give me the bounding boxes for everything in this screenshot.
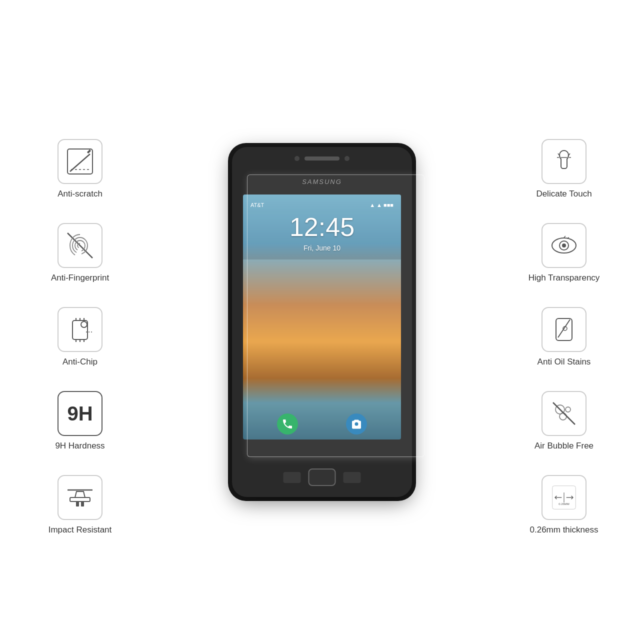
svg-rect-2 [87,150,91,154]
home-button [308,468,336,486]
feature-anti-chip: Anti-Chip [15,307,145,367]
svg-rect-14 [70,498,90,502]
screen-overlay: AT&T ▲ ▲ ■■■ 12:45 Fri, June 10 [243,194,401,260]
feature-9h-hardness: 9H 9H Hardness [15,391,145,451]
svg-rect-16 [76,502,79,506]
impact-resistant-label: Impact Resistant [48,525,112,535]
anti-chip-icon-box [58,307,102,352]
feature-thickness: 0.26MM 0.26mm thickness [499,475,629,535]
anti-chip-label: Anti-Chip [62,357,98,367]
feature-anti-scratch: Anti-scratch [15,139,145,199]
feature-anti-oil-stains: Anti Oil Stains [499,307,629,367]
svg-line-30 [553,402,575,424]
thickness-icon: 0.26MM [549,482,579,512]
delicate-touch-icon-box [542,139,586,184]
thickness-label: 0.26mm thickness [530,525,598,535]
anti-fingerprint-label: Anti-Fingerprint [51,273,109,283]
chip-icon [65,314,95,344]
svg-point-29 [560,413,566,420]
svg-line-22 [564,236,566,238]
main-container: Anti-scratch Anti-Fingerprint [0,0,644,644]
high-transparency-icon-box [542,223,586,268]
front-camera [294,156,300,161]
svg-point-28 [566,407,570,412]
air-bubble-free-label: Air Bubble Free [534,441,594,451]
phone-wrapper: SAMSUNG AT&T ▲ ▲ ■■■ 12:45 Fri, June 10 [232,147,412,497]
svg-line-1 [70,154,90,172]
app-dock [243,414,401,434]
phone-center: SAMSUNG AT&T ▲ ▲ ■■■ 12:45 Fri, June 10 [145,147,499,497]
feature-impact-resistant: Impact Resistant [15,475,145,535]
delicate-touch-label: Delicate Touch [536,189,592,199]
thickness-icon-box: 0.26MM [542,475,586,520]
eye-icon [549,230,579,260]
feature-anti-fingerprint: Anti-Fingerprint [15,223,145,283]
phone-app-icon [277,414,298,434]
right-features-column: Delicate Touch High Transparency [499,109,644,535]
svg-line-26 [558,320,570,338]
svg-marker-15 [75,492,85,498]
phone-top [294,156,350,161]
feature-air-bubble-free: Air Bubble Free [499,391,629,451]
anti-fingerprint-icon-box [58,223,102,268]
9h-text: 9H [67,402,92,425]
phone-body: SAMSUNG AT&T ▲ ▲ ■■■ 12:45 Fri, June 10 [232,147,412,497]
air-bubble-free-icon-box [542,391,586,436]
recent-button [344,472,361,483]
touch-icon [549,146,579,176]
phone-screen: AT&T ▲ ▲ ■■■ 12:45 Fri, June 10 [243,194,401,440]
signal-icons: ▲ ▲ ■■■ [370,202,394,208]
oil-stains-icon [549,314,579,344]
impact-resistant-icon-box [58,475,102,520]
anti-oil-stains-label: Anti Oil Stains [538,357,591,367]
carrier-text: AT&T [250,202,264,208]
svg-text:0.26MM: 0.26MM [558,502,570,506]
bubble-icon [549,398,579,428]
9h-hardness-icon-box: 9H [58,391,102,436]
phone-bottom-buttons [284,468,361,486]
phone-speaker [304,156,340,160]
anti-scratch-label: Anti-scratch [58,189,102,199]
sensor-dot [344,156,350,161]
back-button [284,472,301,483]
anti-scratch-icon-box [58,139,102,184]
impact-icon [65,482,95,512]
brand-label: SAMSUNG [302,178,342,186]
high-transparency-label: High Transparency [528,273,600,283]
feature-delicate-touch: Delicate Touch [499,139,629,199]
9h-hardness-label: 9H Hardness [55,441,104,451]
left-features-column: Anti-scratch Anti-Fingerprint [0,109,145,535]
svg-point-12 [81,322,87,328]
svg-rect-5 [72,320,88,340]
feature-high-transparency: High Transparency [499,223,629,283]
screen-time: 12:45 [250,212,394,242]
fingerprint-icon [65,230,95,260]
svg-line-4 [68,233,92,258]
svg-rect-17 [81,502,84,506]
status-bar: AT&T ▲ ▲ ■■■ [250,202,394,208]
anti-oil-stains-icon-box [542,307,586,352]
screen-date: Fri, June 10 [250,244,394,252]
svg-point-21 [562,244,566,248]
camera-app-icon [346,414,367,434]
scratch-icon [65,146,95,176]
